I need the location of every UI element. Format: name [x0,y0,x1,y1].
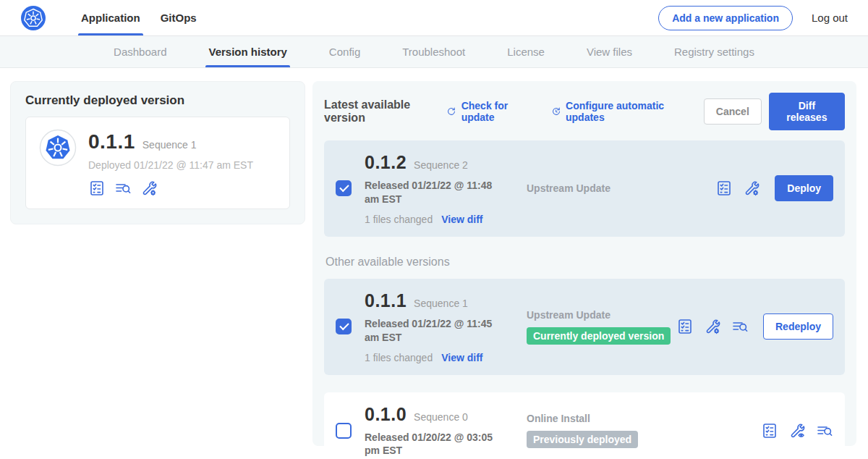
version-row-0-1-2: 0.1.2 Sequence 2 Released 01/21/22 @ 11:… [324,140,845,237]
version-number: 0.1.2 [365,152,407,173]
view-logs-icon[interactable] [114,180,132,197]
other-versions-label: Other available versions [326,256,845,269]
cancel-button[interactable]: Cancel [704,98,762,125]
deployed-version-tile: 0.1.1 Sequence 1 Deployed 01/21/22 @ 11:… [25,117,290,209]
version-source: Online Install [527,413,761,424]
view-logs-icon[interactable] [816,422,833,439]
version-source: Upstream Update [527,309,676,321]
subtab-troubleshoot[interactable]: Troubleshoot [402,36,465,67]
subtab-version-history[interactable]: Version history [208,36,286,67]
row-gap [324,375,845,392]
version-sequence: Sequence 1 [414,298,468,309]
version-checkbox[interactable] [336,180,352,196]
edit-config-icon[interactable] [704,318,721,335]
deployed-sequence: Sequence 1 [142,139,197,151]
view-logs-icon[interactable] [731,318,749,335]
released-timestamp: Released 01/21/22 @ 11:48 am EST [365,179,509,206]
version-sequence: Sequence 2 [414,159,468,171]
release-notes-icon[interactable] [676,318,694,335]
edit-config-icon[interactable] [743,180,760,197]
edit-config-icon[interactable] [140,180,158,197]
version-row-0-1-0: 0.1.0 Sequence 0 Released 01/20/22 @ 03:… [324,392,845,459]
version-number: 0.1.1 [365,290,407,311]
view-config-icon[interactable] [788,422,806,439]
released-timestamp: Released 01/20/22 @ 03:05 pm EST [365,431,509,458]
released-timestamp: Released 01/21/22 @ 11:45 am EST [365,317,509,345]
version-sequence: Sequence 0 [414,411,468,423]
subtab-license[interactable]: License [507,36,545,67]
tab-gitops[interactable]: GitOps [150,0,207,35]
files-changed: 1 files changed [365,352,433,363]
subtab-registry-settings[interactable]: Registry settings [674,36,754,67]
check-for-update-link[interactable]: Check for update [446,100,531,123]
diff-releases-button[interactable]: Diff releases [769,93,845,130]
kubernetes-app-icon [39,129,77,167]
previously-deployed-badge: Previously deployed [527,431,638,448]
app-logo [20,0,46,35]
currently-deployed-badge: Currently deployed version [527,327,671,345]
currently-deployed-card: Currently deployed version 0.1.1 Sequenc… [10,81,305,224]
latest-version-title: Latest available version [324,98,435,125]
version-checkbox[interactable] [336,319,352,334]
add-new-application-button[interactable]: Add a new application [658,6,793,30]
version-number: 0.1.0 [365,404,407,425]
logout-link[interactable]: Log out [812,0,848,35]
deployed-version-number: 0.1.1 [88,130,135,153]
configure-automatic-updates-link[interactable]: Configure automatic updates [550,100,685,123]
top-header: Application GitOps Add a new application… [0,0,868,36]
app-subnav: Dashboard Version history Config Trouble… [0,36,868,68]
version-source: Upstream Update [527,182,715,194]
version-row-0-1-1: 0.1.1 Sequence 1 Released 01/21/22 @ 11:… [324,279,845,375]
auto-update-clock-icon [550,105,561,118]
subtab-config[interactable]: Config [329,36,360,67]
subtab-view-files[interactable]: View files [587,36,632,67]
deploy-button[interactable]: Deploy [775,175,833,201]
panel-header: Latest available version Check for updat… [324,93,845,130]
tab-application[interactable]: Application [71,0,150,35]
deployed-card-title: Currently deployed version [25,93,290,108]
release-notes-icon[interactable] [715,180,733,197]
files-changed: 1 files changed [365,214,433,225]
version-checkbox[interactable] [336,423,352,439]
header-spacer [207,0,658,35]
subtab-dashboard[interactable]: Dashboard [114,36,166,67]
refresh-icon [446,105,456,118]
view-diff-link[interactable]: View diff [441,352,482,363]
main-content: Currently deployed version 0.1.1 Sequenc… [0,68,868,446]
kubernetes-logo-icon [20,5,46,31]
redeploy-button[interactable]: Redeploy [763,313,833,340]
release-notes-icon[interactable] [88,180,106,197]
view-diff-link[interactable]: View diff [441,214,482,225]
version-history-panel: Latest available version Check for updat… [312,81,856,446]
release-notes-icon[interactable] [761,422,778,439]
deployed-timestamp: Deployed 01/21/22 @ 11:47 am EST [88,159,253,171]
